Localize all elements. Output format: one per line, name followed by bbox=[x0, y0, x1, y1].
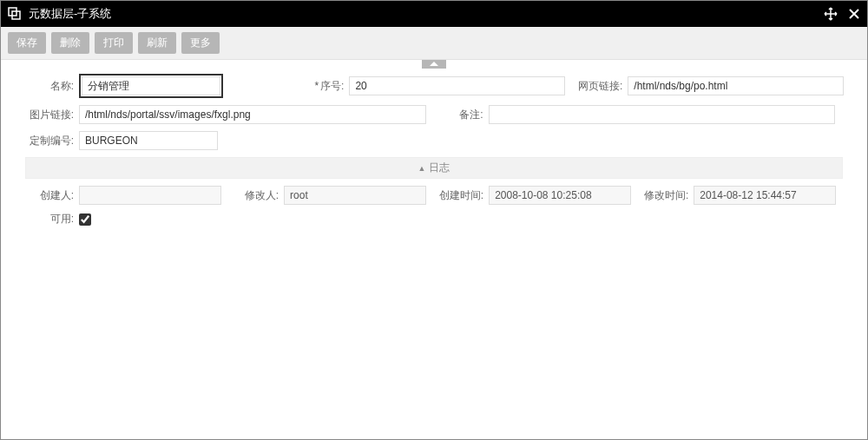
move-icon[interactable] bbox=[824, 7, 838, 21]
titlebar: 元数据层-子系统 bbox=[1, 1, 867, 27]
delete-button[interactable]: 删除 bbox=[51, 32, 89, 54]
customno-label: 定制编号: bbox=[25, 134, 74, 148]
refresh-button[interactable]: 刷新 bbox=[138, 32, 176, 54]
weblink-label: 网页链接: bbox=[574, 79, 622, 94]
imglink-input[interactable] bbox=[79, 105, 426, 124]
usable-label: 可用: bbox=[25, 212, 74, 227]
print-button[interactable]: 打印 bbox=[95, 32, 133, 54]
modifier-label: 修改人: bbox=[230, 188, 279, 203]
customno-input[interactable] bbox=[79, 131, 218, 150]
creator-label: 创建人: bbox=[25, 188, 74, 203]
modify-time-input bbox=[694, 186, 836, 205]
more-button[interactable]: 更多 bbox=[181, 32, 220, 54]
window-title: 元数据层-子系统 bbox=[29, 6, 824, 22]
name-label: 名称: bbox=[25, 79, 74, 94]
content-area: 名称: *序号: 网页链接: 图片链接: 备注: bbox=[1, 60, 867, 439]
modify-time-label: 修改时间: bbox=[640, 188, 688, 203]
imglink-label: 图片链接: bbox=[25, 108, 74, 122]
remark-label: 备注: bbox=[435, 108, 483, 122]
save-button[interactable]: 保存 bbox=[8, 32, 46, 54]
create-time-label: 创建时间: bbox=[435, 188, 483, 203]
log-section-header[interactable]: ▲ 日志 bbox=[25, 157, 843, 179]
close-icon[interactable] bbox=[848, 8, 860, 20]
toolbar: 保存 删除 打印 刷新 更多 bbox=[1, 27, 867, 60]
remark-input[interactable] bbox=[489, 105, 836, 124]
app-icon bbox=[8, 7, 22, 21]
modifier-input bbox=[284, 186, 426, 205]
create-time-input bbox=[489, 186, 631, 205]
collapse-up-icon[interactable] bbox=[422, 60, 446, 69]
weblink-input[interactable] bbox=[628, 76, 844, 95]
seq-label: *序号: bbox=[295, 79, 344, 94]
usable-checkbox[interactable] bbox=[79, 213, 91, 226]
seq-input[interactable] bbox=[349, 76, 565, 95]
name-input[interactable] bbox=[82, 76, 220, 95]
creator-input bbox=[79, 186, 221, 205]
chevron-up-icon: ▲ bbox=[418, 164, 426, 173]
